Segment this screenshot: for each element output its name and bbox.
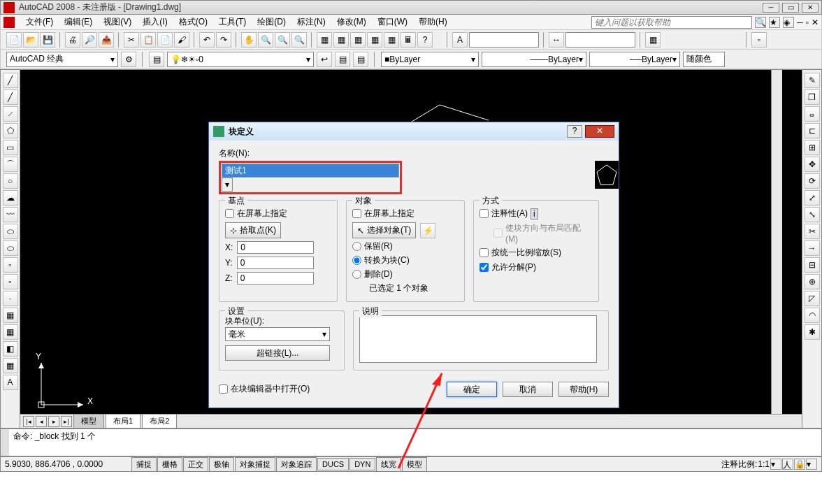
annotative-checkbox[interactable]: [480, 209, 489, 218]
explode-icon[interactable]: ✱: [805, 324, 820, 340]
close-button[interactable]: ✕: [802, 3, 819, 13]
annoscale-icon[interactable]: ▾: [770, 459, 781, 470]
copy2-icon[interactable]: ❐: [805, 89, 820, 105]
menu-tools[interactable]: 工具(T): [213, 15, 252, 29]
insert-icon[interactable]: ▫: [3, 257, 18, 273]
save-icon[interactable]: 💾: [40, 32, 55, 48]
textstyle-combo[interactable]: [469, 32, 539, 48]
tray-icon[interactable]: ▾: [806, 459, 817, 470]
rect-icon[interactable]: ▭: [3, 140, 18, 155]
workspace-combo[interactable]: AutoCAD 经典▾: [6, 52, 118, 67]
mirror-icon[interactable]: ⏛: [805, 106, 820, 122]
table-icon[interactable]: ▦: [3, 358, 18, 373]
tab-last-icon[interactable]: ▸|: [61, 416, 72, 427]
ws-settings-icon[interactable]: ⚙: [121, 52, 136, 67]
tab-next-icon[interactable]: ▸: [48, 416, 59, 427]
extend-icon[interactable]: →: [805, 240, 820, 256]
layer-props-icon[interactable]: ▤: [149, 52, 164, 67]
scale-value[interactable]: 1:1: [758, 459, 770, 469]
tab-model[interactable]: 模型: [73, 414, 104, 429]
revcloud-icon[interactable]: ☁: [3, 190, 18, 206]
polygon-icon[interactable]: ⬠: [3, 123, 18, 138]
tab-layout2[interactable]: 布局2: [142, 414, 177, 429]
vertical-scrollbar[interactable]: [771, 70, 782, 414]
spline-icon[interactable]: 〰: [3, 207, 18, 222]
cut-icon[interactable]: ✂: [124, 32, 139, 48]
copy-icon[interactable]: 📋: [140, 32, 156, 48]
pick-point-button[interactable]: ⊹拾取点(K): [225, 222, 281, 238]
ortho-button[interactable]: 正交: [183, 457, 208, 472]
ellipsearc-icon[interactable]: ⬭: [3, 240, 18, 256]
props-icon[interactable]: ▦: [317, 32, 332, 48]
zoom-rt-icon[interactable]: 🔍: [258, 32, 273, 48]
comm-icon[interactable]: ◈: [783, 17, 794, 28]
search-icon[interactable]: 🔍: [755, 17, 766, 28]
obj-onscreen-checkbox[interactable]: [352, 209, 361, 218]
osnap-button[interactable]: 对象捕捉: [235, 457, 275, 472]
block-name-input[interactable]: [222, 164, 399, 178]
join-icon[interactable]: ⊕: [805, 274, 820, 289]
circle-icon[interactable]: ○: [3, 173, 18, 189]
hatch-icon[interactable]: ▦: [3, 308, 18, 323]
minimize-button[interactable]: ─: [763, 3, 779, 13]
open-icon[interactable]: 📂: [23, 32, 38, 48]
model-button[interactable]: 模型: [402, 457, 427, 472]
polar-button[interactable]: 极轴: [209, 457, 234, 472]
stretch-icon[interactable]: ⤡: [805, 207, 820, 222]
ellipse-icon[interactable]: ⬭: [3, 224, 18, 239]
fillet-icon[interactable]: ◠: [805, 308, 820, 323]
region-icon[interactable]: ◧: [3, 341, 18, 357]
arc-icon[interactable]: ⌒: [3, 157, 18, 172]
favorite-icon[interactable]: ★: [769, 17, 780, 28]
zoom-win-icon[interactable]: 🔍: [275, 32, 290, 48]
zoom-prev-icon[interactable]: 🔍: [291, 32, 307, 48]
calc-icon[interactable]: 🖩: [401, 32, 416, 48]
ssm-icon[interactable]: ▦: [367, 32, 382, 48]
dialog-close-icon[interactable]: ✕: [585, 125, 614, 138]
tab-layout1[interactable]: 布局1: [106, 414, 140, 429]
point-icon[interactable]: ·: [3, 291, 18, 306]
x-input[interactable]: [237, 241, 314, 254]
cancel-button[interactable]: 取消: [503, 382, 553, 397]
ok-button[interactable]: 确定: [447, 382, 497, 397]
mtext-icon[interactable]: A: [3, 375, 18, 390]
doc-min-icon[interactable]: ─: [797, 17, 803, 27]
help-button[interactable]: 帮助(H): [558, 382, 609, 397]
annovis-icon[interactable]: 人: [782, 459, 793, 470]
chamfer-icon[interactable]: ◸: [805, 291, 820, 306]
hyperlink-button[interactable]: 超链接(L)...: [225, 345, 330, 361]
preview-icon[interactable]: 🔎: [82, 32, 97, 48]
line-icon[interactable]: ╱: [3, 73, 18, 88]
block-icon[interactable]: ▫: [751, 32, 767, 48]
maximize-button[interactable]: ▭: [782, 3, 799, 13]
base-onscreen-checkbox[interactable]: [225, 209, 234, 218]
erase-icon[interactable]: ✎: [805, 73, 820, 88]
grid-button[interactable]: 栅格: [157, 457, 182, 472]
select-objects-button[interactable]: ↖选择对象(T): [352, 222, 416, 238]
name-dropdown-icon[interactable]: ▾: [222, 178, 233, 192]
description-textarea[interactable]: [359, 315, 597, 363]
scale-icon[interactable]: ⤢: [805, 190, 820, 206]
lineweight-combo[interactable]: ── ByLayer ▾: [589, 52, 680, 67]
menu-modify[interactable]: 修改(M): [331, 15, 372, 29]
paste-icon[interactable]: 📄: [157, 32, 173, 48]
dc-icon[interactable]: ▦: [333, 32, 349, 48]
explode-checkbox[interactable]: [480, 263, 489, 272]
y-input[interactable]: [237, 257, 314, 269]
menu-edit[interactable]: 编辑(E): [59, 15, 98, 29]
array-icon[interactable]: ⊞: [805, 140, 820, 155]
menu-insert[interactable]: 插入(I): [137, 15, 173, 29]
uniform-checkbox[interactable]: [480, 248, 489, 257]
menu-view[interactable]: 视图(V): [98, 15, 137, 29]
tab-first-icon[interactable]: |◂: [23, 416, 34, 427]
makeblock-icon[interactable]: ▫: [3, 274, 18, 289]
pline-icon[interactable]: ⟋: [3, 106, 18, 122]
layer-iso-icon[interactable]: ▤: [353, 52, 368, 67]
cmd-handle[interactable]: [1, 429, 9, 456]
publish-icon[interactable]: 📤: [99, 32, 114, 48]
delete-radio[interactable]: [352, 270, 361, 279]
open-editor-checkbox[interactable]: [219, 384, 228, 394]
dimstyle-icon[interactable]: ↔: [549, 32, 564, 48]
doc-max-icon[interactable]: ▫: [806, 17, 809, 27]
dimstyle-combo[interactable]: [565, 32, 635, 48]
